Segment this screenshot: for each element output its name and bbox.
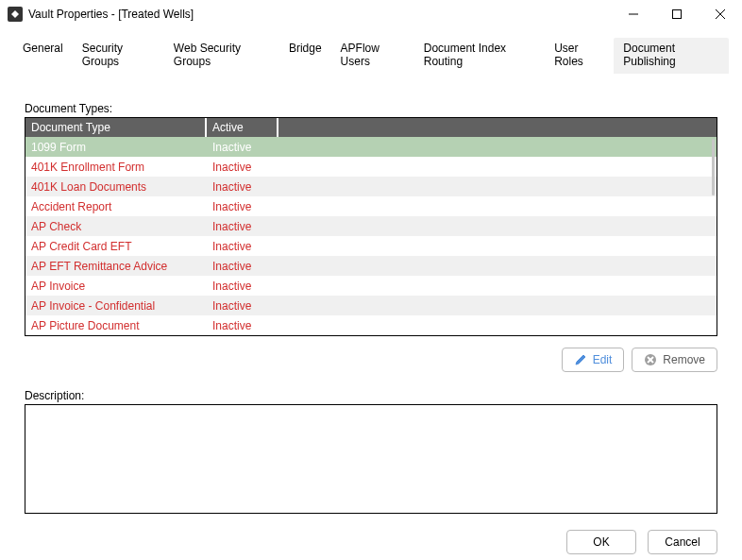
cell-active: Inactive: [207, 319, 278, 332]
tab-strip: GeneralSecurity GroupsWeb Security Group…: [0, 28, 742, 74]
table-row[interactable]: AP CheckInactive: [25, 216, 717, 236]
titlebar: Vault Properties - [Treated Wells]: [0, 0, 742, 28]
cell-document-type: Accident Report: [25, 200, 207, 213]
cell-document-type: 401K Loan Documents: [25, 180, 207, 194]
cell-active: Inactive: [207, 200, 278, 213]
description-textarea[interactable]: [25, 404, 717, 514]
cell-active: Inactive: [207, 220, 278, 233]
description-label: Description:: [25, 389, 717, 402]
cell-active: Inactive: [207, 260, 278, 273]
cell-document-type: 1099 Form: [25, 141, 207, 154]
vault-properties-dialog: Vault Properties - [Treated Wells] Gener…: [0, 0, 742, 560]
table-row[interactable]: 401K Loan DocumentsInactive: [25, 177, 717, 196]
table-row[interactable]: AP Credit Card EFTInactive: [25, 236, 717, 256]
row-buttons: Edit Remove: [25, 348, 717, 372]
remove-button-label: Remove: [663, 353, 705, 366]
cancel-button[interactable]: Cancel: [648, 530, 717, 554]
svg-line-3: [716, 9, 725, 19]
table-row[interactable]: Accident ReportInactive: [25, 196, 717, 216]
remove-icon: [644, 353, 657, 366]
minimize-button[interactable]: [612, 0, 655, 28]
remove-button[interactable]: Remove: [632, 348, 717, 372]
edit-button-label: Edit: [593, 353, 613, 366]
window-title: Vault Properties - [Treated Wells]: [28, 8, 612, 21]
svg-rect-1: [673, 10, 682, 19]
table-row[interactable]: AP Picture DocumentInactive: [25, 315, 717, 335]
tab-content: Document Types: Document Type Active 109…: [0, 74, 742, 523]
cell-active: Inactive: [207, 180, 278, 194]
close-button[interactable]: [699, 0, 742, 28]
tab-security-groups[interactable]: Security Groups: [73, 38, 164, 74]
cell-document-type: AP Picture Document: [25, 319, 207, 332]
cell-document-type: AP Invoice: [25, 280, 207, 293]
tab-document-index-routing[interactable]: Document Index Routing: [414, 38, 545, 74]
doc-types-table: Document Type Active 1099 FormInactive40…: [25, 117, 717, 336]
ok-button[interactable]: OK: [566, 530, 636, 554]
cell-active: Inactive: [207, 299, 278, 313]
tab-web-security-groups[interactable]: Web Security Groups: [164, 38, 279, 74]
app-icon: [8, 7, 23, 22]
cell-document-type: AP Credit Card EFT: [25, 240, 207, 253]
col-document-type[interactable]: Document Type: [25, 118, 207, 137]
cell-document-type: AP Check: [25, 220, 207, 233]
cell-document-type: AP Invoice - Confidential: [25, 299, 207, 313]
cell-document-type: AP EFT Remittance Advice: [25, 260, 207, 273]
description-section: Description:: [25, 389, 717, 514]
maximize-button[interactable]: [655, 0, 699, 28]
pencil-icon: [574, 353, 587, 366]
cell-document-type: 401K Enrollment Form: [25, 161, 207, 174]
table-header: Document Type Active: [25, 118, 717, 137]
edit-button[interactable]: Edit: [562, 348, 625, 372]
cell-active: Inactive: [207, 161, 278, 174]
table-row[interactable]: 1099 FormInactive: [25, 137, 717, 157]
svg-line-2: [716, 9, 725, 19]
tab-document-publishing[interactable]: Document Publishing: [614, 38, 729, 74]
tab-bridge[interactable]: Bridge: [279, 38, 331, 74]
scrollbar[interactable]: [712, 139, 715, 195]
col-active[interactable]: Active: [207, 118, 278, 137]
table-row[interactable]: AP InvoiceInactive: [25, 276, 717, 296]
tab-apflow-users[interactable]: APFlow Users: [331, 38, 414, 74]
dialog-footer: OK Cancel: [0, 523, 742, 560]
table-row[interactable]: AP EFT Remittance AdviceInactive: [25, 256, 717, 276]
cell-active: Inactive: [207, 280, 278, 293]
doc-types-label: Document Types:: [25, 102, 717, 115]
tab-general[interactable]: General: [13, 38, 73, 74]
cell-active: Inactive: [207, 141, 278, 154]
table-row[interactable]: 401K Enrollment FormInactive: [25, 157, 717, 177]
cell-active: Inactive: [207, 240, 278, 253]
table-body: 1099 FormInactive401K Enrollment FormIna…: [25, 137, 717, 335]
table-row[interactable]: AP Invoice - ConfidentialInactive: [25, 296, 717, 315]
tab-user-roles[interactable]: User Roles: [545, 38, 614, 74]
